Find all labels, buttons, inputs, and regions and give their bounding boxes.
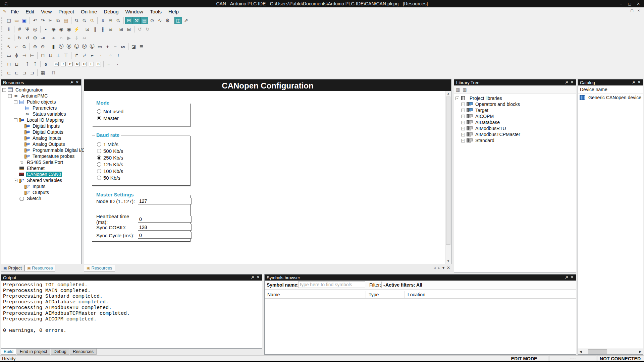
project-docs-button[interactable]: ⊟ — [107, 25, 114, 33]
branch-close-button[interactable]: ⊔ — [47, 52, 54, 59]
dock-tab-project[interactable]: ▣Project — [1, 265, 24, 272]
debug-settings-button[interactable]: ⚙ — [31, 34, 39, 42]
minimize-button[interactable]: – — [616, 0, 625, 7]
add-pin-button[interactable]: + — [104, 43, 111, 50]
wire-up-button[interactable]: ↱ — [73, 52, 80, 59]
toolbar-drag-handle[interactable] — [1, 17, 4, 23]
radio-button[interactable] — [97, 116, 101, 120]
bottom-tab-build[interactable]: Build — [1, 349, 16, 355]
expander-icon[interactable]: − — [14, 179, 17, 182]
pin-icon[interactable]: ⚲ — [564, 80, 569, 85]
live-debug-1-button[interactable]: ◉ — [50, 25, 57, 33]
dock-tab-resources[interactable]: ▣Resources — [24, 265, 56, 272]
tree-item-standard[interactable]: +Standard — [454, 137, 576, 143]
insert-grid-button[interactable]: ⊞ — [117, 25, 125, 33]
symbol-search-input[interactable] — [298, 281, 365, 288]
scroll-down-icon[interactable]: ▼ — [445, 258, 451, 264]
scroll-right-icon[interactable]: ▶ — [638, 349, 643, 354]
catalog-horizontal-scrollbar[interactable]: ◀ ▶ — [578, 349, 643, 354]
coil-standard-button[interactable]: ▭ — [54, 62, 59, 66]
restart-debug-button[interactable]: ↺ — [23, 34, 31, 42]
watch-monitor-button[interactable]: ⊡ — [84, 25, 91, 33]
expander-icon[interactable]: + — [461, 127, 465, 130]
print-preview-button[interactable]: ⚲ — [113, 15, 124, 26]
tree-item-aidatabase[interactable]: +AIDatabase — [454, 119, 576, 125]
halt-button[interactable]: ▪ — [42, 25, 50, 33]
tree-item-target[interactable]: +Target — [454, 107, 576, 113]
scrollbar-thumb[interactable] — [588, 349, 607, 354]
zoom-in-button[interactable]: ⊕ — [31, 43, 39, 50]
save-project-button[interactable]: ▣ — [20, 17, 28, 24]
tree-item-outputs[interactable]: Outputs — [1, 189, 81, 195]
bottom-tab-debug[interactable]: Debug — [51, 349, 69, 355]
select-tool-button[interactable]: ↖ — [5, 43, 13, 50]
parallel-contact-close-button[interactable]: ⊔ — [13, 60, 20, 68]
goto-symbol-button[interactable]: ⇗ — [182, 17, 190, 24]
tree-item-digital-inputs[interactable]: Digital Inputs — [1, 123, 81, 129]
branch-open-button[interactable]: ⊓ — [39, 52, 47, 59]
scroll-up-icon[interactable]: ▲ — [445, 91, 451, 96]
options-button[interactable]: ⚙ — [164, 17, 171, 24]
simulation-mode-button[interactable]: ⌁ — [5, 34, 13, 42]
tree-item-inputs[interactable]: Inputs — [1, 183, 81, 189]
radio-option-125-kb-s[interactable]: 125 Kb/s — [97, 161, 190, 168]
input-node-id-1-127[interactable] — [138, 198, 192, 204]
tree-item-operators-and-blocks[interactable]: +Operators and blocks — [454, 101, 576, 107]
tree-item-ethernet[interactable]: Ethernet — [1, 165, 81, 171]
ladder-coil-button[interactable]: ϕ — [13, 52, 20, 59]
menu-debug[interactable]: Debug — [100, 7, 122, 16]
tree-item-sketch[interactable]: Sketch — [1, 195, 81, 201]
menu-project[interactable]: Project — [55, 7, 77, 16]
object-browser-button[interactable]: ◪ — [130, 43, 138, 50]
input-heartbeat-time-ms[interactable] — [138, 216, 192, 223]
tree-item-digital-outputs[interactable]: Digital Outputs — [1, 129, 81, 135]
tree-item-programmable-digital-i-o[interactable]: Programmable Digital I/O — [1, 147, 81, 153]
zoom-out-button[interactable]: ⊖ — [39, 43, 47, 50]
node-tool-button[interactable]: ∘ — [107, 52, 114, 59]
insert-branch-button[interactable]: ⌐ — [105, 60, 113, 68]
filters-dropdown[interactable]: Filters ▾ — [369, 282, 385, 288]
document-vertical-scrollbar[interactable]: ▲ ▼ — [445, 91, 451, 264]
find-in-project-button[interactable]: ⚲ — [87, 15, 98, 26]
ladder-network-button[interactable]: ▭ — [5, 52, 13, 59]
plc-setup-button[interactable]: # — [16, 25, 23, 33]
scroll-left-icon[interactable]: ◀ — [578, 349, 583, 354]
tree-item-parameters[interactable]: Parameters — [1, 105, 81, 111]
tree-item-status-variables[interactable]: Status variables — [1, 111, 81, 117]
expression-block-button[interactable]: Ⓔ — [73, 43, 80, 50]
pin-icon[interactable]: ⚲ — [69, 80, 74, 85]
close-icon[interactable]: ✕ — [76, 80, 79, 84]
expander-icon[interactable]: + — [461, 109, 465, 112]
expander-icon[interactable]: + — [461, 133, 465, 136]
close-icon[interactable]: ✕ — [638, 80, 641, 84]
tree-item-local-io-mapping[interactable]: −Local IO Mapping — [1, 117, 81, 123]
coil-set-button[interactable]: S — [96, 62, 101, 66]
toolbar-drag-handle[interactable] — [1, 26, 4, 32]
view-waveform-button[interactable]: Π — [50, 69, 57, 76]
column-header-type[interactable]: Type — [366, 291, 405, 298]
navigate-back-button[interactable]: ↺ — [136, 25, 144, 33]
tree-item-analog-outputs[interactable]: Analog Outputs — [1, 141, 81, 147]
compile-libraries-button[interactable]: ∥ — [91, 25, 99, 33]
menu-help[interactable]: Help — [165, 7, 182, 16]
pin-icon[interactable]: ⚲ — [564, 275, 569, 280]
catalog-device-item[interactable]: Generic CANopen device — [578, 94, 643, 102]
expander-icon[interactable]: + — [461, 139, 465, 142]
expander-icon[interactable]: − — [8, 94, 12, 98]
resume-debug-button[interactable]: ↻ — [16, 34, 23, 42]
maximize-button[interactable]: ▢ — [629, 9, 635, 12]
coil-negated-button[interactable]: / — [61, 62, 66, 66]
download-code-button[interactable]: ⇓ — [5, 25, 13, 33]
delete-branch-button[interactable]: ¬ — [113, 60, 120, 68]
tab-scroll-left-button[interactable]: ◂ — [434, 265, 436, 270]
toolbar-drag-handle[interactable] — [1, 35, 4, 41]
expander-icon[interactable]: − — [2, 88, 6, 92]
navigate-forward-button[interactable]: ↻ — [144, 25, 151, 33]
output-window-button[interactable]: ◫ — [174, 17, 182, 24]
cut-button[interactable]: ✂ — [47, 17, 54, 24]
tree-item-aicopm[interactable]: +AICOPM — [454, 113, 576, 119]
radio-option-1-mb-s[interactable]: 1 Mb/s — [97, 141, 190, 147]
coil-negative-edge-button[interactable]: N — [75, 62, 80, 66]
menu-edit[interactable]: Edit — [22, 7, 38, 16]
radio-button[interactable] — [97, 169, 101, 173]
